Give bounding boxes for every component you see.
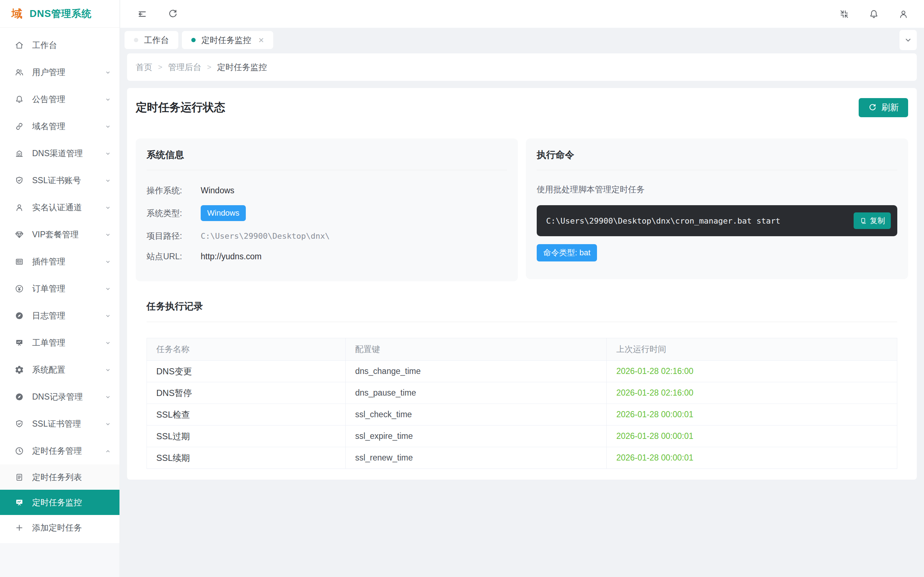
chevron-down-icon	[104, 123, 111, 130]
column-header-task-name: 任务名称	[147, 338, 346, 361]
system-info-title: 系统信息	[147, 148, 507, 161]
sidebar-item-cron-list[interactable]: 定时任务列表	[0, 464, 120, 490]
sidebar-item-tickets[interactable]: 工单管理	[0, 329, 120, 356]
sidebar-item-cron-management[interactable]: 定时任务管理	[0, 437, 120, 464]
command-description: 使用批处理脚本管理定时任务	[537, 184, 897, 195]
sidebar-item-label: DNS渠道管理	[32, 148, 104, 159]
sidebar-item-label: 用户管理	[32, 67, 104, 78]
chevron-down-icon	[104, 177, 111, 184]
sidebar-item-label: 添加定时任务	[32, 522, 120, 533]
sidebar: 域 DNS管理系统 工作台 用户管理 公告管理 域名管理 DNS渠道管理	[0, 0, 120, 577]
refresh-icon	[868, 103, 877, 112]
breadcrumb-current: 定时任务监控	[217, 62, 267, 73]
fullscreen-exit-icon[interactable]	[839, 9, 850, 19]
board-icon	[15, 498, 24, 508]
gear-icon	[15, 365, 24, 375]
sidebar-item-label: 定时任务列表	[32, 472, 120, 483]
sidebar-item-announcements[interactable]: 公告管理	[0, 86, 120, 113]
yen-circle-icon	[15, 284, 24, 293]
sidebar-item-label: 日志管理	[32, 310, 104, 321]
refresh-icon[interactable]	[168, 9, 178, 19]
tab-dot-icon	[191, 38, 195, 42]
breadcrumb-separator: >	[207, 63, 212, 71]
command-title: 执行命令	[537, 148, 897, 161]
user-icon[interactable]	[898, 9, 909, 19]
tab-label: 定时任务监控	[201, 35, 251, 46]
person-icon	[15, 203, 24, 213]
os-row: 操作系统: Windows	[147, 185, 507, 196]
sidebar-item-plugins[interactable]: 插件管理	[0, 248, 120, 275]
sidebar-item-label: 定时任务监控	[32, 497, 120, 508]
chevron-down-icon	[104, 339, 111, 347]
sidebar-item-label: 工作台	[32, 40, 120, 51]
copy-button[interactable]: 复制	[854, 213, 891, 229]
shield-check-icon	[15, 176, 24, 185]
bell-icon[interactable]	[868, 9, 879, 19]
breadcrumb-home[interactable]: 首页	[136, 62, 152, 73]
sidebar-item-system-config[interactable]: 系统配置	[0, 356, 120, 384]
tab-cron-monitor[interactable]: 定时任务监控 ×	[182, 31, 273, 49]
sidebar-item-ssl-accounts[interactable]: SSL证书账号	[0, 167, 120, 194]
main-content-card: 定时任务运行状态 刷新 系统信息 操作系统: Windows 系统类型: Win…	[127, 88, 917, 480]
site-url-label: 站点URL:	[147, 251, 201, 262]
sidebar-item-add-cron[interactable]: 添加定时任务	[0, 515, 120, 540]
sidebar-item-realname-auth[interactable]: 实名认证通道	[0, 194, 120, 221]
clock-icon	[15, 446, 24, 456]
sidebar-item-workbench[interactable]: 工作台	[0, 32, 120, 59]
sidebar-item-dns-channels[interactable]: DNS渠道管理	[0, 140, 120, 167]
copy-button-label: 复制	[870, 216, 885, 226]
breadcrumb-separator: >	[158, 63, 162, 71]
site-url-row: 站点URL: http://yudns.com	[147, 251, 507, 262]
command-card: 执行命令 使用批处理脚本管理定时任务 C:\Users\29900\Deskto…	[526, 139, 908, 279]
sidebar-item-cron-monitor[interactable]: 定时任务监控	[0, 490, 120, 515]
document-list-icon	[15, 472, 24, 482]
tab-list-dropdown-button[interactable]	[900, 30, 917, 50]
sidebar-item-users[interactable]: 用户管理	[0, 59, 120, 86]
task-records-section: 任务执行记录 任务名称 配置键 上次运行时间 DNS变更 dns_change_…	[147, 300, 897, 469]
config-key-cell: dns_change_time	[346, 361, 606, 382]
command-code-block: C:\Users\29900\Desktop\dnx\cron_manager.…	[537, 205, 897, 236]
collapse-sidebar-icon[interactable]	[137, 9, 148, 19]
sidebar-item-dns-records[interactable]: DNS记录管理	[0, 384, 120, 410]
page-title: 定时任务运行状态	[136, 100, 225, 115]
table-header-row: 任务名称 配置键 上次运行时间	[147, 338, 897, 361]
copy-icon	[859, 217, 867, 225]
sidebar-item-logs[interactable]: 日志管理	[0, 302, 120, 329]
task-name-cell: DNS暂停	[147, 382, 346, 404]
sidebar-item-label: 公告管理	[32, 94, 104, 105]
task-records-title: 任务执行记录	[147, 300, 897, 313]
sidebar-item-label: 插件管理	[32, 256, 104, 267]
sidebar-item-label: SSL证书账号	[32, 175, 104, 186]
shield-check-icon	[15, 419, 24, 429]
logo-glyph: 域	[11, 6, 23, 21]
refresh-button[interactable]: 刷新	[859, 98, 908, 117]
task-records-table: 任务名称 配置键 上次运行时间 DNS变更 dns_change_time 20…	[147, 338, 897, 469]
breadcrumb: 首页 > 管理后台 > 定时任务监控	[127, 53, 917, 81]
table-row: SSL检查 ssl_check_time 2026-01-28 00:00:01	[147, 404, 897, 425]
app-title: DNS管理系统	[30, 7, 92, 20]
sidebar-item-orders[interactable]: 订单管理	[0, 275, 120, 302]
notebook-icon	[15, 257, 24, 266]
task-name-cell: SSL过期	[147, 425, 346, 447]
sidebar-item-vip-packages[interactable]: VIP套餐管理	[0, 221, 120, 248]
home-icon	[15, 40, 24, 50]
chevron-down-icon	[904, 36, 913, 44]
sidebar-item-label: DNS记录管理	[32, 391, 104, 403]
last-run-cell: 2026-01-28 00:00:01	[607, 425, 897, 447]
table-row: SSL续期 ssl_renew_time 2026-01-28 00:00:01	[147, 447, 897, 469]
sidebar-item-ssl-certs[interactable]: SSL证书管理	[0, 410, 120, 437]
project-path-row: 项目路径: C:\Users\29900\Desktop\dnx\	[147, 230, 507, 242]
tab-workbench[interactable]: 工作台	[124, 31, 178, 49]
divider	[147, 170, 507, 170]
sidebar-item-domains[interactable]: 域名管理	[0, 113, 120, 140]
chevron-down-icon	[104, 312, 111, 319]
chevron-up-icon	[104, 448, 111, 455]
chevron-down-icon	[104, 258, 111, 266]
board-icon	[15, 338, 24, 348]
compass-icon	[15, 311, 24, 321]
topbar	[120, 0, 924, 28]
command-text: C:\Users\29900\Desktop\dnx\cron_manager.…	[546, 216, 780, 226]
breadcrumb-admin[interactable]: 管理后台	[168, 62, 201, 73]
tab-close-icon[interactable]: ×	[258, 35, 264, 45]
sidebar-item-label: 定时任务管理	[32, 445, 104, 456]
